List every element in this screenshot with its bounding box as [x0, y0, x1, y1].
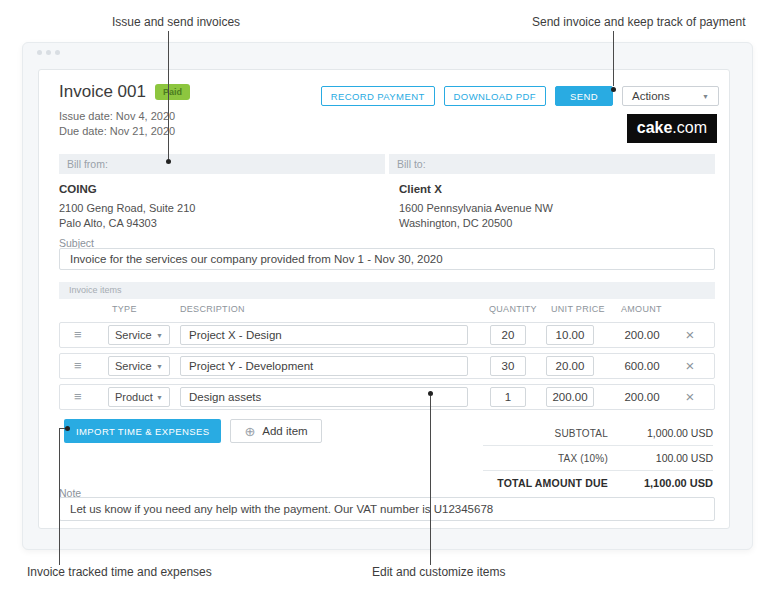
- window-dot-icon: [46, 50, 51, 55]
- drag-handle-icon[interactable]: ≡: [74, 361, 90, 371]
- subtotal-label: SUBTOTAL: [555, 428, 608, 439]
- bill-to-header: Bill to:: [389, 154, 715, 174]
- totals-section: SUBTOTAL 1,000.00 USD TAX (10%) 100.00 U…: [483, 421, 713, 495]
- bill-from-name: COING: [59, 182, 195, 197]
- actions-dropdown-label: Actions: [632, 90, 670, 102]
- annotation-dot-issue: [166, 159, 171, 164]
- window-dot-icon: [37, 50, 42, 55]
- table-row: ≡ Product ▼ Design assets 1 200.00 200.0…: [59, 384, 715, 410]
- annotation-tracked-time: Invoice tracked time and expenses: [27, 565, 212, 579]
- bill-to-address: Client X 1600 Pennsylvania Avenue NW Was…: [399, 182, 553, 231]
- total-due-label: TOTAL AMOUNT DUE: [497, 477, 608, 489]
- item-quantity-input[interactable]: 1: [490, 387, 526, 407]
- item-unit-price-input[interactable]: 200.00: [546, 387, 594, 407]
- header-actions: RECORD PAYMENT DOWNLOAD PDF SEND Actions…: [321, 86, 719, 106]
- due-date: Due date: Nov 21, 2020: [59, 124, 175, 139]
- drag-handle-icon[interactable]: ≡: [74, 392, 90, 402]
- invoice-items-section-label: Invoice items: [59, 282, 715, 299]
- send-button[interactable]: SEND: [555, 86, 613, 106]
- annotation-dot-send: [611, 87, 616, 92]
- annotation-issue-invoices: Issue and send invoices: [112, 15, 240, 29]
- bill-from-header: Bill from:: [59, 154, 385, 174]
- brand-logo: cake.com: [627, 114, 717, 143]
- subtotal-value: 1,000.00 USD: [608, 427, 713, 439]
- item-type-value: Service: [115, 360, 152, 372]
- tax-label: TAX (10%): [558, 453, 608, 464]
- bill-to-line2: Washington, DC 20500: [399, 216, 553, 231]
- column-type: TYPE: [112, 304, 137, 314]
- app-window: Invoice 001 Paid Issue date: Nov 4, 2020…: [22, 42, 753, 550]
- subject-input[interactable]: Invoice for the services our company pro…: [59, 248, 715, 270]
- tax-row: TAX (10%) 100.00 USD: [483, 445, 713, 470]
- item-description-input[interactable]: Project Y - Development: [180, 356, 468, 376]
- issue-date: Issue date: Nov 4, 2020: [59, 109, 175, 124]
- annotation-send-invoice: Send invoice and keep track of payment: [532, 15, 745, 29]
- column-amount: AMOUNT: [621, 304, 662, 314]
- item-amount: 600.00: [612, 360, 672, 372]
- item-amount: 200.00: [612, 329, 672, 341]
- annotation-edit-items: Edit and customize items: [372, 565, 505, 579]
- item-type-select[interactable]: Product ▼: [108, 387, 170, 407]
- annotation-line-tracked: [59, 428, 60, 565]
- items-table-header: TYPE DESCRIPTION QUANTITY UNIT PRICE AMO…: [59, 304, 715, 320]
- record-payment-button[interactable]: RECORD PAYMENT: [321, 86, 435, 106]
- page: Issue and send invoices Send invoice and…: [0, 0, 768, 598]
- import-time-expenses-button[interactable]: IMPORT TIME & EXPENSES: [64, 419, 221, 443]
- drag-handle-icon[interactable]: ≡: [74, 330, 90, 340]
- bill-to-name: Client X: [399, 182, 553, 197]
- total-due-row: TOTAL AMOUNT DUE 1,100.00 USD: [483, 470, 713, 495]
- invoice-card: Invoice 001 Paid Issue date: Nov 4, 2020…: [38, 69, 730, 529]
- status-badge: Paid: [155, 84, 190, 100]
- annotation-dot-tracked: [65, 426, 70, 431]
- window-controls: [37, 50, 60, 55]
- bill-from-line1: 2100 Geng Road, Suite 210: [59, 201, 195, 216]
- item-description-input[interactable]: Design assets: [180, 387, 468, 407]
- item-unit-price-input[interactable]: 20.00: [546, 356, 594, 376]
- annotation-line-issue: [168, 31, 169, 159]
- actions-dropdown[interactable]: Actions ▼: [622, 86, 719, 106]
- item-type-value: Product: [115, 391, 153, 403]
- chevron-down-icon: ▼: [156, 332, 163, 339]
- table-row: ≡ Service ▼ Project X - Design 20 10.00 …: [59, 322, 715, 348]
- annotation-line-edit: [430, 396, 431, 565]
- item-description-input[interactable]: Project X - Design: [180, 325, 468, 345]
- add-circle-icon: ⊕: [244, 425, 255, 438]
- item-type-select[interactable]: Service ▼: [108, 325, 170, 345]
- bill-from-line2: Palo Alto, CA 94303: [59, 216, 195, 231]
- item-quantity-input[interactable]: 20: [490, 325, 526, 345]
- invoice-dates: Issue date: Nov 4, 2020 Due date: Nov 21…: [59, 109, 175, 139]
- invoice-header: Invoice 001 Paid: [59, 82, 190, 102]
- chevron-down-icon: ▼: [156, 394, 163, 401]
- delete-item-icon[interactable]: ×: [682, 328, 698, 342]
- item-type-value: Service: [115, 329, 152, 341]
- chevron-down-icon: ▼: [156, 363, 163, 370]
- note-input[interactable]: Let us know if you need any help with th…: [59, 497, 715, 521]
- chevron-down-icon: ▼: [702, 93, 709, 100]
- delete-item-icon[interactable]: ×: [682, 359, 698, 373]
- item-unit-price-input[interactable]: 10.00: [546, 325, 594, 345]
- column-description: DESCRIPTION: [180, 304, 245, 314]
- annotation-line-send: [613, 31, 614, 86]
- item-type-select[interactable]: Service ▼: [108, 356, 170, 376]
- window-dot-icon: [55, 50, 60, 55]
- tax-value: 100.00 USD: [608, 452, 713, 464]
- total-due-value: 1,100.00 USD: [608, 477, 713, 489]
- bill-from-address: COING 2100 Geng Road, Suite 210 Palo Alt…: [59, 182, 195, 231]
- annotation-dot-edit: [428, 391, 433, 396]
- delete-item-icon[interactable]: ×: [682, 390, 698, 404]
- add-item-label: Add item: [262, 425, 307, 437]
- item-quantity-input[interactable]: 30: [490, 356, 526, 376]
- item-amount: 200.00: [612, 391, 672, 403]
- download-pdf-button[interactable]: DOWNLOAD PDF: [444, 86, 546, 106]
- items-actions: IMPORT TIME & EXPENSES ⊕ Add item: [64, 419, 322, 443]
- logo-bold: cake: [637, 119, 673, 136]
- column-unit-price: UNIT PRICE: [551, 304, 605, 314]
- page-title: Invoice 001: [59, 82, 146, 102]
- subtotal-row: SUBTOTAL 1,000.00 USD: [483, 421, 713, 445]
- logo-domain: .com: [672, 119, 707, 136]
- bill-to-line1: 1600 Pennsylvania Avenue NW: [399, 201, 553, 216]
- add-item-button[interactable]: ⊕ Add item: [230, 419, 321, 443]
- column-quantity: QUANTITY: [489, 304, 537, 314]
- table-row: ≡ Service ▼ Project Y - Development 30 2…: [59, 353, 715, 379]
